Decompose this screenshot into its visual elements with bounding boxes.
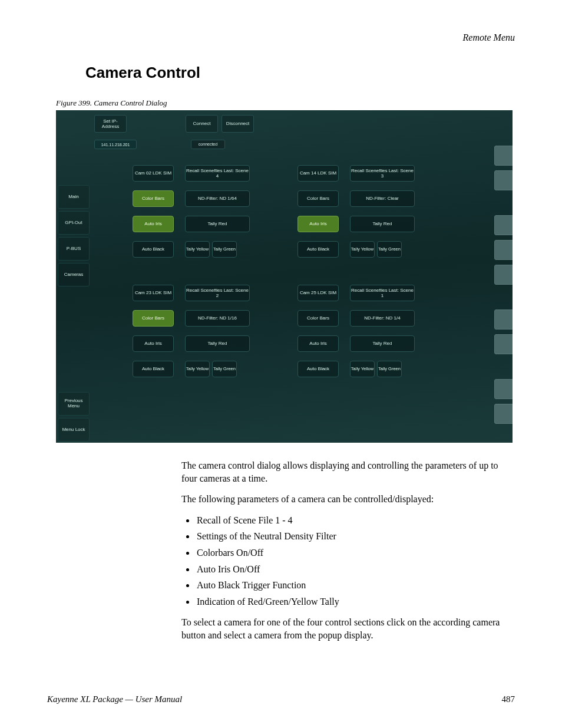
side-tab[interactable] [494,265,513,285]
tally-pair: Tally YellowTally Green [185,241,256,258]
sidebar: Main GPI-Out P-BUS Cameras Previous Menu… [56,110,91,443]
tally-green-indicator: Tally Green [377,361,402,377]
side-tab[interactable] [494,170,513,190]
sidebar-main[interactable]: Main [58,185,90,209]
tally-yellow-indicator: Tally Yellow [350,361,375,377]
tally-pair: Tally YellowTally Green [350,361,421,377]
camera-select-button[interactable]: Cam 23 LDK SIM [133,285,174,301]
tally-green-indicator: Tally Green [377,241,402,258]
list-item: Indication of Red/Green/Yellow Tally [196,595,515,608]
tally-red-indicator: Tally Red [185,335,250,352]
recall-scenefiles-button[interactable]: Recall Scenefiles Last: Scene 3 [350,165,415,182]
auto-black-button[interactable]: Auto Black [133,241,174,258]
bullet-list: Recall of Scene File 1 - 4Settings of th… [196,514,515,608]
camera-control-dialog: Set IP- Address Connect Disconnect 141.1… [56,110,513,443]
side-tab[interactable] [494,404,513,424]
recall-scenefiles-button[interactable]: Recall Scenefiles Last: Scene 4 [185,165,250,182]
tally-pair: Tally YellowTally Green [185,361,256,377]
camera-panel: Cam 02 LDK SIMRecall Scenefiles Last: Sc… [133,163,297,272]
tally-red-indicator: Tally Red [350,216,415,232]
tally-pair: Tally YellowTally Green [350,241,421,258]
list-item: Auto Black Trigger Function [196,579,515,592]
body-text: The camera control dialog allows display… [181,459,515,642]
camera-panel: Cam 23 LDK SIMRecall Scenefiles Last: Sc… [133,283,297,392]
sidebar-cameras[interactable]: Cameras [58,263,90,286]
color-bars-button[interactable]: Color Bars [133,310,174,327]
tally-red-indicator: Tally Red [185,216,250,232]
running-header: Remote Menu [47,32,515,43]
auto-iris-button[interactable]: Auto Iris [133,216,174,232]
list-item: Settings of the Neutral Density Filter [196,530,515,543]
side-tab[interactable] [494,146,513,166]
auto-black-button[interactable]: Auto Black [133,361,174,377]
camera-select-button[interactable]: Cam 14 LDK SIM [297,165,339,182]
connect-button[interactable]: Connect [186,115,218,133]
list-item: Colorbars On/Off [196,546,515,559]
tally-green-indicator: Tally Green [212,241,237,258]
ip-address-field[interactable]: 141.11.218.201 [94,140,137,149]
side-tab[interactable] [494,215,513,235]
recall-scenefiles-button[interactable]: Recall Scenefiles Last: Scene 2 [185,285,250,301]
right-side-tabs [494,146,513,424]
side-tab[interactable] [494,379,513,399]
list-item: Recall of Scene File 1 - 4 [196,514,515,527]
color-bars-button[interactable]: Color Bars [297,190,339,207]
nd-filter-button[interactable]: ND-Filter: ND 1/16 [185,310,250,327]
tally-yellow-indicator: Tally Yellow [185,361,210,377]
tally-yellow-indicator: Tally Yellow [185,241,210,258]
tally-green-indicator: Tally Green [212,361,237,377]
paragraph: The following parameters of a camera can… [181,493,515,506]
auto-black-button[interactable]: Auto Black [297,241,339,258]
section-title: Camera Control [85,64,515,82]
auto-iris-button[interactable]: Auto Iris [297,335,339,352]
sidebar-menu-lock[interactable]: Menu Lock [58,418,90,442]
footer-manual-title: Kayenne XL Package — User Manual [47,694,182,704]
auto-iris-button[interactable]: Auto Iris [297,216,339,232]
color-bars-button[interactable]: Color Bars [297,310,339,327]
camera-panel: Cam 25 LDK SIMRecall Scenefiles Last: Sc… [297,283,462,392]
nd-filter-button[interactable]: ND-Filter: ND 1/4 [350,310,415,327]
sidebar-pbus[interactable]: P-BUS [58,237,90,261]
tally-yellow-indicator: Tally Yellow [350,241,375,258]
disconnect-button[interactable]: Disconnect [222,115,254,133]
sidebar-gpi-out[interactable]: GPI-Out [58,211,90,235]
set-ip-button[interactable]: Set IP- Address [94,115,127,133]
camera-select-button[interactable]: Cam 25 LDK SIM [297,285,339,301]
paragraph: The camera control dialog allows display… [181,459,515,485]
color-bars-button[interactable]: Color Bars [133,190,174,207]
list-item: Auto Iris On/Off [196,563,515,576]
nd-filter-button[interactable]: ND-Filter: Clear [350,190,415,207]
camera-select-button[interactable]: Cam 02 LDK SIM [133,165,174,182]
paragraph: To select a camera for one of the four c… [181,616,515,641]
camera-panel: Cam 14 LDK SIMRecall Scenefiles Last: Sc… [297,163,462,272]
side-tab[interactable] [494,334,513,354]
connection-status: connected [191,140,225,149]
side-tab[interactable] [494,309,513,330]
auto-iris-button[interactable]: Auto Iris [133,335,174,352]
side-tab[interactable] [494,240,513,260]
figure-caption: Figure 399. Camera Control Dialog [56,98,515,108]
nd-filter-button[interactable]: ND-Filter: ND 1/64 [185,190,250,207]
tally-red-indicator: Tally Red [350,335,415,352]
recall-scenefiles-button[interactable]: Recall Scenefiles Last: Scene 1 [350,285,415,301]
sidebar-previous-menu[interactable]: Previous Menu [58,392,90,416]
page-number: 487 [502,694,515,704]
auto-black-button[interactable]: Auto Black [297,361,339,377]
